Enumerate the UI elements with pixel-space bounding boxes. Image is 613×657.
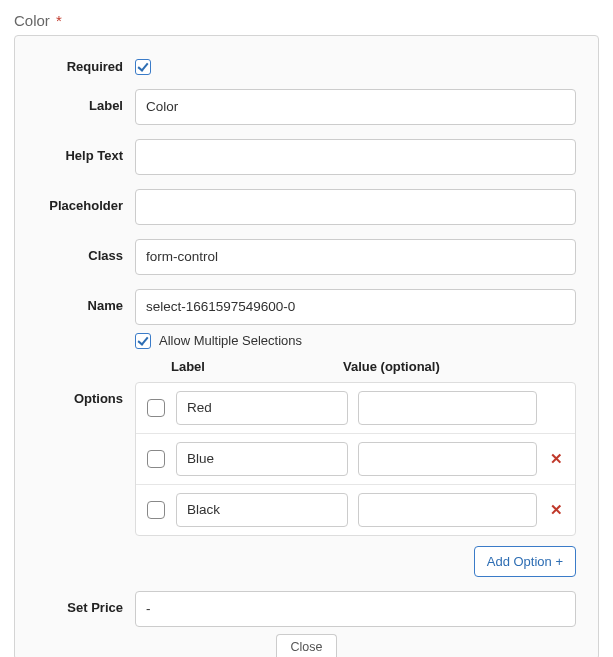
- option-value-input[interactable]: [358, 493, 537, 527]
- close-button[interactable]: Close: [276, 634, 338, 657]
- label-required: Required: [37, 50, 135, 74]
- remove-option-icon[interactable]: ✕: [547, 450, 565, 468]
- set-price-input[interactable]: [135, 591, 576, 627]
- label-set-price: Set Price: [37, 591, 135, 615]
- option-label-input[interactable]: [176, 442, 348, 476]
- label-options: Options: [37, 382, 135, 406]
- option-row: ✕: [136, 484, 575, 535]
- row-set-price: Set Price: [37, 591, 576, 627]
- row-name: Name: [37, 289, 576, 325]
- option-label-input[interactable]: [176, 493, 348, 527]
- placeholder-input[interactable]: [135, 189, 576, 225]
- option-row: ✕: [136, 433, 575, 484]
- option-selected-checkbox[interactable]: [147, 399, 165, 417]
- options-header-value: Value (optional): [343, 359, 576, 374]
- label-name: Name: [37, 289, 135, 313]
- label-help-text: Help Text: [37, 139, 135, 163]
- options-header-label: Label: [135, 359, 343, 374]
- field-editor-panel: Required Label Help Text Placeholder Cla…: [14, 35, 599, 657]
- label-placeholder: Placeholder: [37, 189, 135, 213]
- label-label: Label: [37, 89, 135, 113]
- option-selected-checkbox[interactable]: [147, 450, 165, 468]
- row-class: Class: [37, 239, 576, 275]
- add-option-button[interactable]: Add Option +: [474, 546, 576, 577]
- section-title: Color *: [14, 12, 599, 29]
- row-allow-multiple: Allow Multiple Selections Label Value (o…: [37, 333, 576, 380]
- label-class: Class: [37, 239, 135, 263]
- row-placeholder: Placeholder: [37, 189, 576, 225]
- option-selected-checkbox[interactable]: [147, 501, 165, 519]
- row-label: Label: [37, 89, 576, 125]
- options-header: Label Value (optional): [135, 359, 576, 380]
- remove-option-icon[interactable]: ✕: [547, 501, 565, 519]
- option-value-input[interactable]: [358, 442, 537, 476]
- option-value-input[interactable]: [358, 391, 537, 425]
- row-help-text: Help Text: [37, 139, 576, 175]
- option-row: ✕: [136, 383, 575, 433]
- required-asterisk: *: [56, 12, 62, 29]
- class-input[interactable]: [135, 239, 576, 275]
- name-input[interactable]: [135, 289, 576, 325]
- row-options: Options ✕✕✕ Add Option +: [37, 382, 576, 577]
- required-checkbox[interactable]: [135, 59, 151, 75]
- label-input[interactable]: [135, 89, 576, 125]
- row-required: Required: [37, 50, 576, 75]
- options-list: ✕✕✕: [135, 382, 576, 536]
- section-title-text: Color: [14, 12, 50, 29]
- allow-multiple-label: Allow Multiple Selections: [159, 333, 302, 348]
- help-text-input[interactable]: [135, 139, 576, 175]
- allow-multiple-checkbox[interactable]: [135, 333, 151, 349]
- option-label-input[interactable]: [176, 391, 348, 425]
